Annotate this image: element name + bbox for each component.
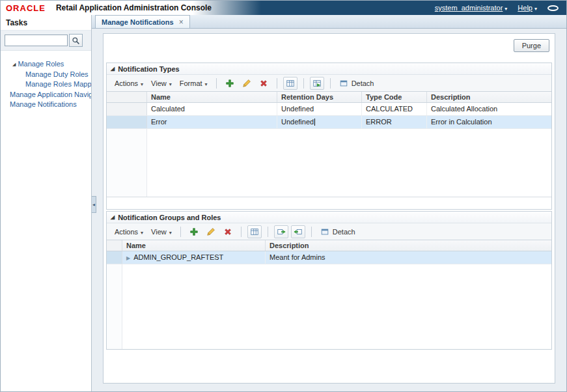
- tasks-search-row: [1, 30, 91, 51]
- notification-types-header[interactable]: ◢ Notification Types: [107, 63, 551, 75]
- app-title: Retail Application Administration Consol…: [56, 3, 212, 12]
- chevron-down-icon: ▾: [534, 6, 537, 12]
- chevron-down-icon: ▾: [505, 6, 507, 12]
- delete-button[interactable]: [221, 225, 235, 238]
- chevron-down-icon: ▾: [141, 230, 143, 236]
- row-header-strip: [107, 129, 147, 197]
- oracle-logo: ORACLE: [6, 3, 46, 13]
- table-empty-area: [107, 129, 551, 197]
- brand: ORACLE Retail Application Administration…: [1, 3, 212, 13]
- export-icon: [312, 79, 322, 88]
- add-icon: [189, 227, 199, 236]
- cell-type-code[interactable]: ERROR: [362, 116, 427, 128]
- column-header-retention-days[interactable]: Retention Days: [277, 92, 362, 102]
- column-header-description[interactable]: Description: [266, 240, 551, 251]
- cell-name[interactable]: Calculated: [147, 103, 277, 115]
- tree-expand-icon[interactable]: ◢: [12, 62, 16, 66]
- pencil-icon: [206, 227, 215, 236]
- sidebar-item-manage-roles[interactable]: ◢Manage Roles: [1, 59, 91, 70]
- collapse-triangle-icon[interactable]: ◢: [111, 66, 115, 72]
- sidebar-item-manage-application-navigator[interactable]: Manage Application Navigator: [1, 90, 91, 100]
- detach-button[interactable]: Detach: [316, 227, 359, 236]
- row-header-cell[interactable]: [107, 103, 147, 115]
- assign-roles-button[interactable]: [274, 225, 288, 238]
- tab-close-icon[interactable]: ×: [179, 18, 184, 26]
- sidebar-item-label[interactable]: Manage Notifications: [10, 100, 77, 108]
- menu-label: Actions: [115, 228, 138, 236]
- column-header-type-code[interactable]: Type Code: [362, 92, 427, 102]
- view-menu[interactable]: View▾: [147, 78, 176, 89]
- table-row-admin-group[interactable]: ▶ADMIN_GROUP_RAFTEST Meant for Admins: [107, 251, 551, 264]
- notification-groups-header-row: Name Description: [107, 240, 551, 251]
- cell-retention-days[interactable]: Undefined: [277, 103, 362, 115]
- edit-button[interactable]: [240, 77, 254, 90]
- table-button[interactable]: [283, 77, 297, 90]
- row-expand-icon[interactable]: ▶: [126, 255, 130, 261]
- toolbar-separator: [303, 78, 304, 89]
- sidebar-item-label[interactable]: Manage Application Navigator: [10, 91, 91, 98]
- panel-title: Notification Types: [118, 65, 180, 73]
- unassign-roles-button[interactable]: [291, 225, 305, 238]
- help-menu-label: Help: [518, 4, 532, 12]
- menu-label: Format: [180, 79, 202, 87]
- menu-label: View: [151, 79, 167, 87]
- purge-row: Purge: [106, 39, 552, 52]
- cell-name[interactable]: Error: [147, 116, 277, 128]
- help-menu[interactable]: Help▾: [518, 4, 537, 12]
- chevron-down-icon: ▾: [141, 81, 143, 87]
- format-menu[interactable]: Format▾: [176, 78, 212, 89]
- sidebar-item-manage-roles-mapping[interactable]: Manage Roles Mapping: [1, 79, 91, 90]
- column-header-name[interactable]: Name: [147, 92, 277, 102]
- column-header-description[interactable]: Description: [427, 92, 551, 102]
- sidebar-item-manage-notifications[interactable]: Manage Notifications: [1, 100, 91, 110]
- cell-type-code[interactable]: CALCULATED: [362, 103, 427, 115]
- collapse-triangle-icon[interactable]: ◢: [111, 214, 115, 220]
- tasks-tree: ◢Manage Roles Manage Duty Roles Manage R…: [1, 59, 91, 110]
- tab-manage-notifications[interactable]: Manage Notifications ×: [95, 15, 190, 28]
- cell-description[interactable]: Meant for Admins: [266, 251, 551, 264]
- column-header-name[interactable]: Name: [122, 240, 266, 251]
- unassign-roles-icon: [294, 227, 303, 236]
- notification-types-toolbar: Actions▾ View▾ Format▾: [107, 75, 551, 92]
- logout-oval-icon[interactable]: [547, 5, 559, 11]
- notification-groups-header[interactable]: ◢ Notification Groups and Roles: [107, 212, 551, 223]
- search-button[interactable]: [69, 34, 83, 47]
- actions-menu[interactable]: Actions▾: [111, 227, 147, 237]
- main-area: Manage Notifications × Purge ◢ Notificat…: [92, 15, 566, 391]
- view-menu[interactable]: View▾: [147, 227, 176, 237]
- sidebar-item-label[interactable]: Manage Duty Roles: [25, 70, 89, 78]
- delete-x-icon: [223, 227, 232, 236]
- export-button[interactable]: [310, 77, 324, 90]
- edit-button[interactable]: [204, 225, 218, 238]
- row-header-column: [107, 240, 122, 251]
- user-menu[interactable]: system_administrator▾: [435, 4, 508, 12]
- row-header-cell[interactable]: [107, 251, 122, 264]
- actions-menu[interactable]: Actions▾: [111, 78, 147, 89]
- sidebar-item-label[interactable]: Manage Roles Mapping: [25, 80, 91, 88]
- add-button[interactable]: [223, 77, 237, 90]
- notification-groups-panel: ◢ Notification Groups and Roles Actions▾…: [106, 211, 552, 350]
- tasks-search-input[interactable]: [5, 35, 68, 46]
- table-button[interactable]: [247, 225, 262, 238]
- table-row-calculated[interactable]: Calculated Undefined CALCULATED Calculat…: [107, 103, 551, 116]
- tasks-sidebar: Tasks ◢Manage Roles Manage Duty Roles Ma…: [1, 15, 92, 391]
- top-bar: ORACLE Retail Application Administration…: [1, 1, 566, 15]
- sidebar-item-manage-duty-roles[interactable]: Manage Duty Roles: [1, 70, 91, 80]
- table-row-error[interactable]: Error Undefined ERROR Error in Calculati…: [107, 116, 551, 129]
- add-button[interactable]: [187, 225, 201, 238]
- sidebar-item-label[interactable]: Manage Roles: [18, 60, 64, 68]
- detach-icon: [339, 79, 348, 88]
- toolbar-separator: [330, 78, 331, 89]
- delete-button[interactable]: [256, 77, 271, 90]
- table-footer-strip: [107, 197, 551, 209]
- cell-text: Undefined: [281, 118, 314, 126]
- row-header-cell[interactable]: [107, 116, 147, 128]
- purge-button[interactable]: Purge: [514, 39, 549, 52]
- detach-button[interactable]: Detach: [335, 79, 378, 88]
- cell-name[interactable]: ▶ADMIN_GROUP_RAFTEST: [122, 251, 266, 264]
- cell-description[interactable]: Calculated Allocation: [427, 103, 551, 115]
- cell-description[interactable]: Error in Calculation: [427, 116, 551, 128]
- arrow-left-icon: ◀: [92, 203, 95, 206]
- sidebar-splitter-collapse-handle[interactable]: ◀: [92, 196, 96, 213]
- cell-retention-days[interactable]: Undefined: [277, 116, 362, 128]
